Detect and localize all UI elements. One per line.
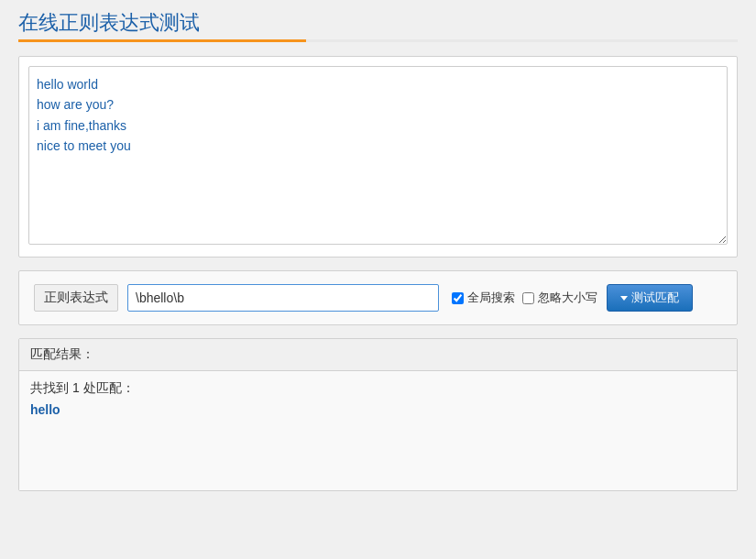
result-summary: 共找到 1 处匹配： <box>30 380 726 397</box>
test-button-label: 测试匹配 <box>631 290 679 306</box>
global-search-checkbox[interactable] <box>452 292 464 304</box>
global-search-option[interactable]: 全局搜索 <box>452 290 515 306</box>
result-section: 匹配结果： 共找到 1 处匹配： hello <box>18 338 738 491</box>
result-body: 共找到 1 处匹配： hello <box>19 371 737 490</box>
regex-label: 正则表达式 <box>34 284 118 312</box>
regex-section: 正则表达式 全局搜索 忽略大小写 测试匹配 <box>18 270 738 325</box>
result-match: hello <box>30 402 726 417</box>
page-container: 在线正则表达式测试 正则表达式 全局搜索 忽略大小写 测试匹配 <box>0 0 756 559</box>
regex-input[interactable] <box>127 284 439 312</box>
ignore-case-option[interactable]: 忽略大小写 <box>522 290 597 306</box>
chevron-down-icon <box>620 296 628 301</box>
result-header: 匹配结果： <box>19 339 737 371</box>
test-button[interactable]: 测试匹配 <box>607 284 693 312</box>
ignore-case-checkbox[interactable] <box>522 292 534 304</box>
global-search-label: 全局搜索 <box>467 290 515 306</box>
regex-row: 正则表达式 全局搜索 忽略大小写 测试匹配 <box>34 284 722 312</box>
text-input-area[interactable] <box>28 66 728 245</box>
page-title: 在线正则表达式测试 <box>18 9 738 45</box>
ignore-case-label: 忽略大小写 <box>538 290 597 306</box>
options-group: 全局搜索 忽略大小写 <box>452 290 597 306</box>
text-section <box>18 56 738 258</box>
